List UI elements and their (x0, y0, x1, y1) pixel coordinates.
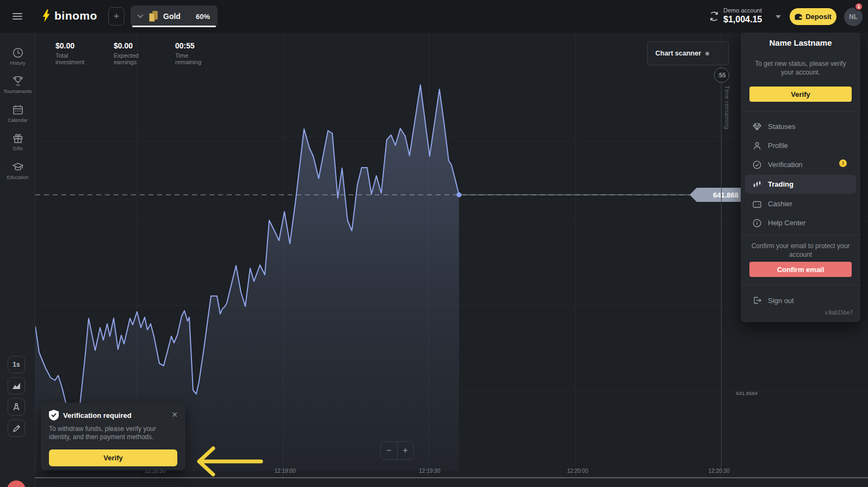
stat-time-remaining: 00:55 Time remaining (175, 41, 201, 65)
chart-type-button[interactable] (8, 377, 25, 394)
menu-item-help-center[interactable]: Help Center (741, 213, 860, 232)
price-tag-value: 641.868 (713, 191, 739, 199)
y-axis-price-label: 641.8684 (730, 390, 758, 396)
menu-item-label: Help Center (768, 219, 805, 227)
menu-item-statuses[interactable]: Statuses (741, 117, 860, 136)
deposit-button[interactable]: Deposit (790, 8, 836, 25)
check-circle-icon (753, 161, 761, 169)
candlestick-icon (753, 180, 761, 189)
x-axis-tick: 12:19:00 (266, 468, 304, 474)
deposit-label: Deposit (805, 13, 832, 21)
sidebar-item-gifts[interactable]: Gifts (0, 132, 35, 151)
verification-popup: Verification required ✕ To withdraw fund… (41, 403, 185, 470)
person-icon (753, 141, 761, 150)
info-icon (753, 219, 761, 227)
binomo-logo[interactable]: binomo (41, 9, 97, 23)
stat-label: Expected earnings (114, 52, 139, 65)
refresh-icon[interactable] (709, 11, 720, 22)
divider (741, 285, 860, 286)
popup-header: Verification required (49, 410, 132, 421)
compass-icon (12, 403, 21, 411)
purchase-deadline-line (721, 83, 722, 471)
menu-item-label: Cashier (768, 200, 792, 208)
wallet-outline-icon (753, 200, 761, 208)
popup-body-text: To withdraw funds, please verify your id… (49, 425, 177, 441)
price-tag: 641.868 (690, 188, 746, 202)
interval-button[interactable]: 1s (8, 356, 25, 373)
clock-icon (12, 47, 24, 59)
shield-check-icon (49, 410, 59, 421)
confirm-email-button[interactable]: Confirm email (749, 262, 852, 277)
sidebar-item-label: Tournaments (0, 89, 35, 94)
menu-item-label: Statuses (768, 122, 796, 131)
gold-bars-icon (149, 11, 159, 22)
popup-title: Verification required (63, 411, 132, 420)
chart-bottom-edge (35, 477, 868, 478)
pencil-icon (13, 424, 21, 433)
calendar-icon (12, 104, 24, 116)
menu-item-label: Verification (768, 161, 803, 169)
menu-item-profile[interactable]: Profile (741, 136, 860, 155)
stat-label: Total investment (55, 52, 84, 65)
x-axis-tick: 12:20:00 (559, 468, 597, 474)
panel-verify-button[interactable]: Verify (749, 87, 852, 102)
sidebar-item-calendar[interactable]: Calendar (0, 104, 35, 123)
menu-item-trading[interactable]: Trading (745, 175, 856, 194)
account-type-label: Demo account (723, 7, 762, 14)
sidebar-item-tournaments[interactable]: Tournaments (0, 75, 35, 94)
chart-scanner-button[interactable]: Chart scanner (647, 41, 729, 65)
menu-icon[interactable] (13, 13, 22, 20)
x-axis-tick: 12:20:30 (700, 468, 738, 474)
popup-verify-button[interactable]: Verify (49, 449, 177, 466)
asset-tab-gold[interactable]: Gold 60% (131, 5, 218, 27)
current-price-dot (457, 193, 462, 198)
sidebar-item-label: History (0, 60, 35, 66)
sidebar-item-label: Calendar (0, 118, 35, 123)
stat-value: 00:55 (175, 41, 201, 50)
stat-label: Time remaining (175, 52, 201, 65)
app-version: v.8ab15be7 (824, 310, 853, 316)
menu-item-cashier[interactable]: Cashier (741, 194, 860, 213)
chart-scanner-status-dot (705, 52, 709, 56)
sidebar-item-education[interactable]: Education (0, 161, 35, 180)
close-icon[interactable]: ✕ (171, 411, 178, 418)
graduation-cap-icon (12, 161, 24, 173)
confirm-email-hint: Confirm your email to protect your accou… (749, 242, 852, 259)
status-hint-text: To get new status, please verify your ac… (749, 59, 852, 77)
zoom-in-button[interactable]: + (398, 442, 414, 459)
divider (741, 235, 860, 235)
stat-value: $0.00 (114, 41, 139, 50)
stat-total-investment: $0.00 Total investment (55, 41, 84, 65)
add-asset-tab-button[interactable]: + (108, 7, 125, 26)
top-bar: binomo + Gold 60% Demo account $1,004.15… (0, 0, 868, 33)
lightning-icon (41, 9, 51, 23)
sidebar-item-history[interactable]: History (0, 47, 35, 66)
account-menu-panel: Name Lastname To get new status, please … (741, 32, 860, 322)
sign-out-button[interactable]: Sign out (741, 293, 860, 308)
sign-out-icon (753, 296, 761, 305)
stat-value: $0.00 (55, 41, 84, 50)
notification-badge: 1 (854, 2, 863, 11)
chevron-down-icon[interactable] (137, 14, 144, 19)
wallet-icon (795, 14, 802, 20)
help-button[interactable]: ? (7, 480, 26, 487)
divider (741, 112, 860, 112)
stat-expected-earnings: $0.00 Expected earnings (114, 41, 139, 65)
gift-icon (12, 132, 24, 144)
menu-item-verification[interactable]: Verification ! (741, 155, 860, 174)
trophy-icon (12, 75, 24, 87)
menu-item-label: Trading (768, 180, 793, 188)
sidebar-item-label: Education (0, 175, 35, 180)
left-sidebar: History Tournaments Calendar Gifts Educa… (0, 33, 35, 487)
account-caret-icon[interactable] (776, 15, 781, 19)
chart-zoom-controls: − + (380, 441, 414, 460)
account-holder-name: Name Lastname (741, 38, 860, 47)
zoom-out-button[interactable]: − (381, 442, 398, 459)
drawing-button[interactable] (8, 420, 25, 437)
account-switcher[interactable]: Demo account $1,004.15 (723, 7, 762, 24)
logo-text: binomo (54, 9, 97, 22)
sidebar-item-label: Gifts (0, 146, 35, 151)
indicators-button[interactable] (8, 398, 25, 416)
x-axis-tick: 12:19:30 (411, 468, 449, 474)
verification-warning-badge: ! (839, 159, 847, 167)
